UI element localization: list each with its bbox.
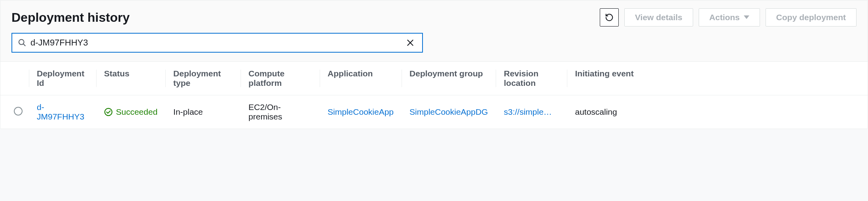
revision-location-link[interactable]: s3://simple… xyxy=(504,107,552,116)
search-box xyxy=(11,33,423,53)
col-compute-platform[interactable]: Compute platform xyxy=(241,62,320,95)
col-deployment-id[interactable]: Deployment Id xyxy=(29,62,96,95)
view-details-label: View details xyxy=(635,13,682,22)
view-details-button[interactable]: View details xyxy=(624,8,693,27)
copy-deployment-label: Copy deployment xyxy=(776,13,846,22)
row-select-radio[interactable] xyxy=(14,107,23,116)
col-deployment-type[interactable]: Deployment type xyxy=(165,62,241,95)
close-icon xyxy=(406,39,414,47)
col-status[interactable]: Status xyxy=(96,62,165,95)
col-select xyxy=(0,62,29,95)
clear-search-button[interactable] xyxy=(404,36,417,49)
deployment-group-link[interactable]: SimpleCookieAppDG xyxy=(409,107,488,116)
status-badge: Succeeded xyxy=(104,107,157,117)
panel-header: Deployment history View details Actions … xyxy=(0,0,868,30)
col-revision-location[interactable]: Revision location xyxy=(496,62,567,95)
col-application[interactable]: Application xyxy=(320,62,402,95)
refresh-icon xyxy=(605,13,614,22)
initiating-event-cell: autoscaling xyxy=(567,95,868,129)
page-title: Deployment history xyxy=(11,10,130,25)
col-initiating-event[interactable]: Initiating event xyxy=(567,62,868,95)
deployment-history-panel: Deployment history View details Actions … xyxy=(0,0,868,129)
actions-button[interactable]: Actions xyxy=(699,8,760,27)
application-link[interactable]: SimpleCookieApp xyxy=(328,107,394,116)
copy-deployment-button[interactable]: Copy deployment xyxy=(766,8,857,27)
svg-point-5 xyxy=(105,108,112,116)
svg-point-1 xyxy=(19,40,24,45)
deployment-id-link[interactable]: d-JM97FHHY3 xyxy=(37,102,84,121)
deployment-type-cell: In-place xyxy=(165,95,241,129)
actions-row: View details Actions Copy deployment xyxy=(600,8,857,27)
deployments-table: Deployment Id Status Deployment type Com… xyxy=(0,62,868,129)
check-circle-icon xyxy=(104,108,113,116)
caret-down-icon xyxy=(744,15,749,19)
svg-line-2 xyxy=(23,44,26,46)
search-icon xyxy=(18,38,27,47)
actions-label: Actions xyxy=(709,13,740,22)
table-container: Deployment Id Status Deployment type Com… xyxy=(0,61,868,129)
search-input[interactable] xyxy=(30,34,404,52)
svg-marker-0 xyxy=(744,15,749,19)
col-deployment-group[interactable]: Deployment group xyxy=(402,62,496,95)
table-header-row: Deployment Id Status Deployment type Com… xyxy=(0,62,868,95)
status-text: Succeeded xyxy=(116,107,157,117)
compute-platform-cell: EC2/On-premises xyxy=(241,95,320,129)
table-row: d-JM97FHHY3 Succeeded In-place EC2/On-pr… xyxy=(0,95,868,129)
refresh-button[interactable] xyxy=(600,8,619,27)
search-wrap xyxy=(0,30,868,61)
